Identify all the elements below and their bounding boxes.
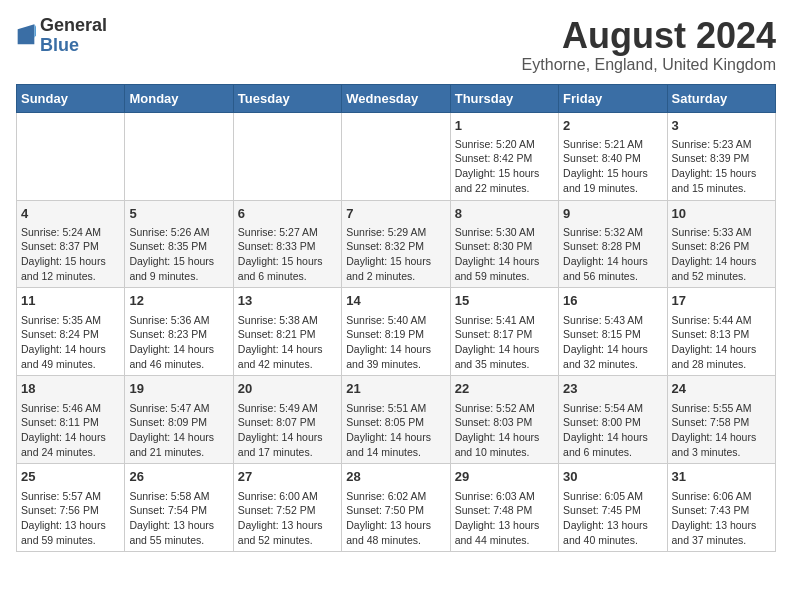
day-number: 5: [129, 205, 228, 223]
day-info: Sunrise: 5:20 AM Sunset: 8:42 PM Dayligh…: [455, 137, 554, 196]
calendar-cell: 1Sunrise: 5:20 AM Sunset: 8:42 PM Daylig…: [450, 112, 558, 200]
calendar-cell: 3Sunrise: 5:23 AM Sunset: 8:39 PM Daylig…: [667, 112, 775, 200]
day-number: 26: [129, 468, 228, 486]
calendar-cell: 12Sunrise: 5:36 AM Sunset: 8:23 PM Dayli…: [125, 288, 233, 376]
calendar-week-4: 18Sunrise: 5:46 AM Sunset: 8:11 PM Dayli…: [17, 376, 776, 464]
calendar-week-2: 4Sunrise: 5:24 AM Sunset: 8:37 PM Daylig…: [17, 200, 776, 288]
day-number: 10: [672, 205, 771, 223]
calendar-cell: 7Sunrise: 5:29 AM Sunset: 8:32 PM Daylig…: [342, 200, 450, 288]
calendar-cell: 22Sunrise: 5:52 AM Sunset: 8:03 PM Dayli…: [450, 376, 558, 464]
day-number: 8: [455, 205, 554, 223]
day-number: 16: [563, 292, 662, 310]
svg-marker-1: [34, 24, 36, 37]
day-info: Sunrise: 5:26 AM Sunset: 8:35 PM Dayligh…: [129, 225, 228, 284]
day-number: 13: [238, 292, 337, 310]
column-header-monday: Monday: [125, 84, 233, 112]
title-block: August 2024 Eythorne, England, United Ki…: [522, 16, 776, 74]
day-info: Sunrise: 5:55 AM Sunset: 7:58 PM Dayligh…: [672, 401, 771, 460]
day-info: Sunrise: 5:57 AM Sunset: 7:56 PM Dayligh…: [21, 489, 120, 548]
day-number: 21: [346, 380, 445, 398]
day-info: Sunrise: 5:47 AM Sunset: 8:09 PM Dayligh…: [129, 401, 228, 460]
column-header-friday: Friday: [559, 84, 667, 112]
calendar-cell: 31Sunrise: 6:06 AM Sunset: 7:43 PM Dayli…: [667, 464, 775, 552]
day-number: 27: [238, 468, 337, 486]
calendar-cell: 2Sunrise: 5:21 AM Sunset: 8:40 PM Daylig…: [559, 112, 667, 200]
calendar-cell: [342, 112, 450, 200]
logo-general-text: General: [40, 16, 107, 36]
day-number: 7: [346, 205, 445, 223]
column-header-tuesday: Tuesday: [233, 84, 341, 112]
day-info: Sunrise: 5:54 AM Sunset: 8:00 PM Dayligh…: [563, 401, 662, 460]
calendar-cell: 6Sunrise: 5:27 AM Sunset: 8:33 PM Daylig…: [233, 200, 341, 288]
calendar-cell: [17, 112, 125, 200]
calendar-cell: [125, 112, 233, 200]
calendar-cell: 20Sunrise: 5:49 AM Sunset: 8:07 PM Dayli…: [233, 376, 341, 464]
day-info: Sunrise: 5:46 AM Sunset: 8:11 PM Dayligh…: [21, 401, 120, 460]
day-info: Sunrise: 5:33 AM Sunset: 8:26 PM Dayligh…: [672, 225, 771, 284]
day-number: 4: [21, 205, 120, 223]
day-info: Sunrise: 6:06 AM Sunset: 7:43 PM Dayligh…: [672, 489, 771, 548]
day-info: Sunrise: 6:00 AM Sunset: 7:52 PM Dayligh…: [238, 489, 337, 548]
day-info: Sunrise: 5:49 AM Sunset: 8:07 PM Dayligh…: [238, 401, 337, 460]
calendar-cell: 9Sunrise: 5:32 AM Sunset: 8:28 PM Daylig…: [559, 200, 667, 288]
page-header: General Blue August 2024 Eythorne, Engla…: [16, 16, 776, 74]
calendar-cell: 13Sunrise: 5:38 AM Sunset: 8:21 PM Dayli…: [233, 288, 341, 376]
calendar-cell: 19Sunrise: 5:47 AM Sunset: 8:09 PM Dayli…: [125, 376, 233, 464]
column-header-sunday: Sunday: [17, 84, 125, 112]
day-number: 29: [455, 468, 554, 486]
calendar-cell: 4Sunrise: 5:24 AM Sunset: 8:37 PM Daylig…: [17, 200, 125, 288]
calendar-cell: 25Sunrise: 5:57 AM Sunset: 7:56 PM Dayli…: [17, 464, 125, 552]
day-number: 15: [455, 292, 554, 310]
subtitle: Eythorne, England, United Kingdom: [522, 56, 776, 74]
day-number: 2: [563, 117, 662, 135]
column-header-saturday: Saturday: [667, 84, 775, 112]
day-number: 1: [455, 117, 554, 135]
calendar-cell: 5Sunrise: 5:26 AM Sunset: 8:35 PM Daylig…: [125, 200, 233, 288]
day-info: Sunrise: 5:44 AM Sunset: 8:13 PM Dayligh…: [672, 313, 771, 372]
calendar-cell: 15Sunrise: 5:41 AM Sunset: 8:17 PM Dayli…: [450, 288, 558, 376]
logo-icon: [16, 22, 36, 50]
calendar-cell: 24Sunrise: 5:55 AM Sunset: 7:58 PM Dayli…: [667, 376, 775, 464]
column-header-thursday: Thursday: [450, 84, 558, 112]
calendar-cell: 17Sunrise: 5:44 AM Sunset: 8:13 PM Dayli…: [667, 288, 775, 376]
day-info: Sunrise: 5:36 AM Sunset: 8:23 PM Dayligh…: [129, 313, 228, 372]
day-number: 19: [129, 380, 228, 398]
calendar-cell: 26Sunrise: 5:58 AM Sunset: 7:54 PM Dayli…: [125, 464, 233, 552]
day-number: 11: [21, 292, 120, 310]
day-info: Sunrise: 5:32 AM Sunset: 8:28 PM Dayligh…: [563, 225, 662, 284]
calendar-cell: 16Sunrise: 5:43 AM Sunset: 8:15 PM Dayli…: [559, 288, 667, 376]
svg-marker-0: [18, 24, 35, 44]
calendar-cell: 10Sunrise: 5:33 AM Sunset: 8:26 PM Dayli…: [667, 200, 775, 288]
day-info: Sunrise: 5:21 AM Sunset: 8:40 PM Dayligh…: [563, 137, 662, 196]
day-info: Sunrise: 5:23 AM Sunset: 8:39 PM Dayligh…: [672, 137, 771, 196]
calendar-cell: 21Sunrise: 5:51 AM Sunset: 8:05 PM Dayli…: [342, 376, 450, 464]
day-info: Sunrise: 5:24 AM Sunset: 8:37 PM Dayligh…: [21, 225, 120, 284]
calendar-cell: 14Sunrise: 5:40 AM Sunset: 8:19 PM Dayli…: [342, 288, 450, 376]
day-number: 20: [238, 380, 337, 398]
column-header-wednesday: Wednesday: [342, 84, 450, 112]
calendar-cell: 23Sunrise: 5:54 AM Sunset: 8:00 PM Dayli…: [559, 376, 667, 464]
day-number: 12: [129, 292, 228, 310]
calendar-cell: 28Sunrise: 6:02 AM Sunset: 7:50 PM Dayli…: [342, 464, 450, 552]
day-number: 18: [21, 380, 120, 398]
calendar-cell: 8Sunrise: 5:30 AM Sunset: 8:30 PM Daylig…: [450, 200, 558, 288]
calendar-cell: 18Sunrise: 5:46 AM Sunset: 8:11 PM Dayli…: [17, 376, 125, 464]
logo: General Blue: [16, 16, 107, 56]
day-info: Sunrise: 5:35 AM Sunset: 8:24 PM Dayligh…: [21, 313, 120, 372]
day-info: Sunrise: 5:40 AM Sunset: 8:19 PM Dayligh…: [346, 313, 445, 372]
day-number: 9: [563, 205, 662, 223]
day-number: 24: [672, 380, 771, 398]
day-info: Sunrise: 5:30 AM Sunset: 8:30 PM Dayligh…: [455, 225, 554, 284]
day-info: Sunrise: 5:38 AM Sunset: 8:21 PM Dayligh…: [238, 313, 337, 372]
day-number: 23: [563, 380, 662, 398]
calendar-cell: 27Sunrise: 6:00 AM Sunset: 7:52 PM Dayli…: [233, 464, 341, 552]
day-number: 25: [21, 468, 120, 486]
calendar-week-1: 1Sunrise: 5:20 AM Sunset: 8:42 PM Daylig…: [17, 112, 776, 200]
day-info: Sunrise: 5:43 AM Sunset: 8:15 PM Dayligh…: [563, 313, 662, 372]
day-info: Sunrise: 5:41 AM Sunset: 8:17 PM Dayligh…: [455, 313, 554, 372]
day-number: 28: [346, 468, 445, 486]
main-title: August 2024: [522, 16, 776, 56]
day-number: 6: [238, 205, 337, 223]
day-info: Sunrise: 5:52 AM Sunset: 8:03 PM Dayligh…: [455, 401, 554, 460]
day-number: 17: [672, 292, 771, 310]
